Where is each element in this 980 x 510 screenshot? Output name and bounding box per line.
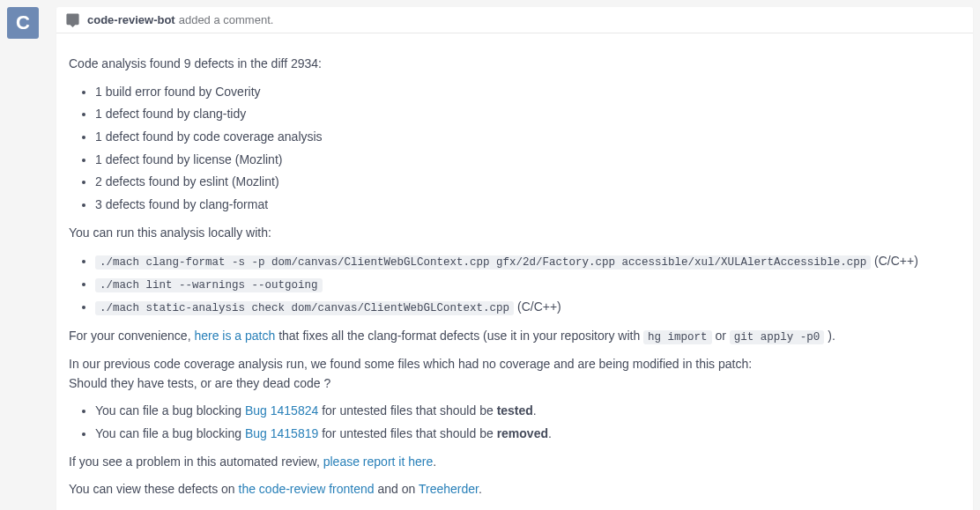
patch-link[interactable]: here is a patch	[194, 329, 275, 343]
list-item: You can file a bug blocking Bug 1415824 …	[95, 402, 961, 421]
code-review-frontend-link[interactable]: the code-review frontend	[239, 482, 375, 496]
bugs-list: You can file a bug blocking Bug 1415824 …	[69, 402, 961, 443]
list-item: ./mach clang-format -s -p dom/canvas/Cli…	[95, 252, 961, 271]
run-locally-text: You can run this analysis locally with:	[69, 224, 961, 243]
header-action: added a comment.	[179, 13, 274, 26]
view-defects-text: You can view these defects on the code-r…	[69, 480, 961, 499]
defects-list: 1 build error found by Coverity1 defect …	[69, 83, 961, 215]
list-item: 3 defects found by clang-format	[95, 196, 961, 215]
list-item: 1 defect found by clang-tidy	[95, 105, 961, 124]
list-item: 2 defects found by eslint (Mozlint)	[95, 173, 961, 192]
intro-text: Code analysis found 9 defects in the dif…	[69, 55, 961, 74]
list-item: ./mach lint --warnings --outgoing	[95, 275, 961, 294]
bot-name[interactable]: code-review-bot	[87, 13, 175, 26]
comment-panel: code-review-bot added a comment. Code an…	[56, 7, 973, 510]
comment-icon	[65, 12, 80, 27]
command-code: ./mach static-analysis check dom/canvas/…	[95, 301, 514, 315]
comment-body: Code analysis found 9 defects in the dif…	[56, 33, 973, 510]
list-item: 1 defect found by code coverage analysis	[95, 128, 961, 147]
treeherder-link[interactable]: Treeherder	[419, 482, 479, 496]
comment-header: code-review-bot added a comment.	[56, 7, 973, 33]
avatar[interactable]: C	[7, 7, 39, 39]
report-problem-link[interactable]: please report it here	[323, 455, 434, 469]
bug-link[interactable]: Bug 1415824	[245, 403, 318, 418]
list-item: You can file a bug blocking Bug 1415819 …	[95, 425, 961, 444]
hg-import-cmd: hg import	[643, 330, 712, 344]
list-item: 1 defect found by license (Mozlint)	[95, 151, 961, 170]
git-apply-cmd: git apply -p0	[730, 330, 825, 344]
commands-list: ./mach clang-format -s -p dom/canvas/Cli…	[69, 252, 961, 318]
command-code: ./mach clang-format -s -p dom/canvas/Cli…	[95, 255, 871, 270]
command-code: ./mach lint --warnings --outgoing	[95, 278, 323, 292]
list-item: ./mach static-analysis check dom/canvas/…	[95, 298, 961, 317]
bug-link[interactable]: Bug 1415819	[245, 426, 318, 440]
convenience-text: For your convenience, here is a patch th…	[69, 327, 961, 346]
coverage-text: In our previous code coverage analysis r…	[69, 355, 961, 393]
problem-text: If you see a problem in this automated r…	[69, 453, 961, 472]
list-item: 1 build error found by Coverity	[95, 83, 961, 102]
